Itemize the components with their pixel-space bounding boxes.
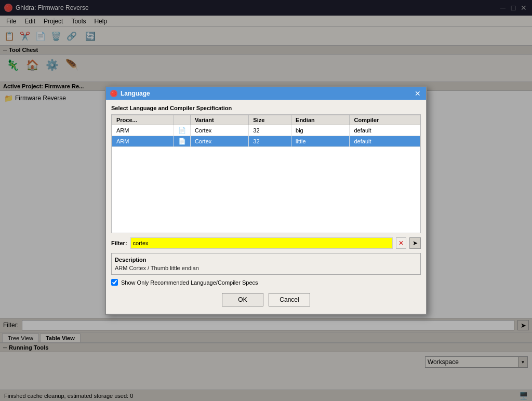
col-compiler: Compiler: [350, 115, 420, 125]
modal-description-group: Description ARM Cortex / Thumb little en…: [111, 253, 421, 275]
recommended-checkbox-label: Show Only Recommended Language/Compiler …: [121, 279, 258, 286]
modal-filter-go-button[interactable]: ➤: [409, 237, 421, 249]
ok-button[interactable]: OK: [222, 293, 263, 306]
modal-close-button[interactable]: ✕: [414, 89, 422, 98]
table-header-row: Proce... Variant Size Endian Compiler: [112, 115, 420, 125]
language-table-container[interactable]: Proce... Variant Size Endian Compiler AR…: [111, 114, 421, 233]
cancel-button[interactable]: Cancel: [269, 293, 310, 306]
modal-description-title: Description: [115, 257, 417, 263]
modal-section-title: Select Language and Compiler Specificati…: [111, 105, 421, 111]
col-endian: Endian: [291, 115, 350, 125]
modal-title-bar: 🔴 Language ✕: [106, 87, 426, 100]
cell-endian-1: big: [291, 125, 350, 136]
modal-filter-clear-button[interactable]: ✕: [396, 237, 406, 249]
modal-filter-input[interactable]: [130, 237, 393, 249]
modal-body: Select Language and Compiler Specificati…: [106, 100, 426, 314]
file-icon-2: 📄: [178, 138, 186, 145]
cell-icon-1: 📄: [174, 125, 190, 136]
modal-buttons: OK Cancel: [111, 291, 421, 309]
col-processor: Proce...: [112, 115, 174, 125]
modal-description-text: ARM Cortex / Thumb little endian: [115, 265, 417, 271]
modal-checkbox-row: Show Only Recommended Language/Compiler …: [111, 279, 421, 286]
cell-processor-2: ARM: [112, 136, 174, 147]
cell-icon-2: 📄: [174, 136, 190, 147]
cell-variant-2: Cortex: [190, 136, 248, 147]
cell-size-2: 32: [249, 136, 291, 147]
cell-endian-2: little: [291, 136, 350, 147]
cell-compiler-2: default: [350, 136, 420, 147]
language-table: Proce... Variant Size Endian Compiler AR…: [112, 115, 420, 147]
modal-overlay: 🔴 Language ✕ Select Language and Compile…: [0, 0, 532, 401]
modal-filter-label: Filter:: [111, 240, 127, 246]
col-size: Size: [249, 115, 291, 125]
cell-processor-1: ARM: [112, 125, 174, 136]
cell-compiler-1: default: [350, 125, 420, 136]
cell-size-1: 32: [249, 125, 291, 136]
file-icon-1: 📄: [178, 127, 186, 134]
modal-title-icon: 🔴: [110, 90, 117, 97]
cell-variant-1: Cortex: [190, 125, 248, 136]
table-row[interactable]: ARM 📄 Cortex 32 little default: [112, 136, 420, 147]
modal-title: Language: [121, 90, 410, 97]
language-modal: 🔴 Language ✕ Select Language and Compile…: [105, 86, 427, 315]
table-row[interactable]: ARM 📄 Cortex 32 big default: [112, 125, 420, 136]
col-icon: [174, 115, 190, 125]
col-variant: Variant: [190, 115, 248, 125]
modal-filter-row: Filter: ✕ ➤: [111, 237, 421, 249]
recommended-checkbox[interactable]: [111, 279, 118, 286]
